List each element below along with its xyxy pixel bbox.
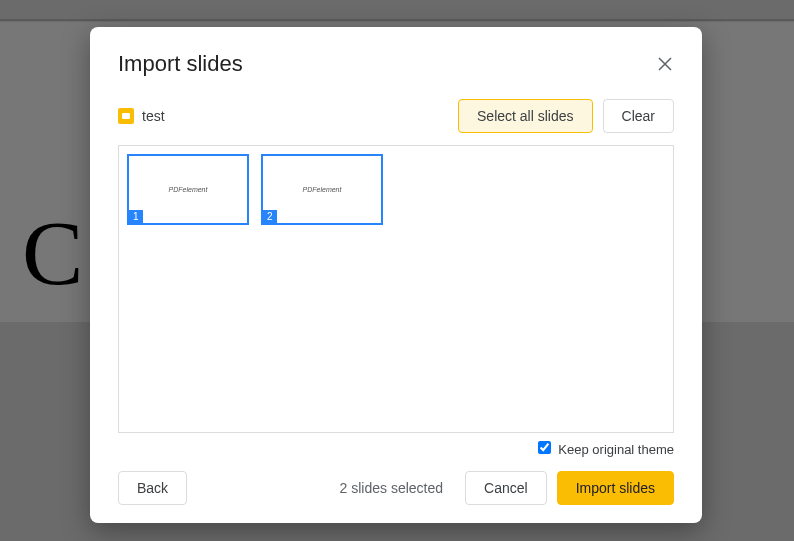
keep-theme-label-wrap[interactable]: Keep original theme: [538, 441, 674, 457]
modal-title: Import slides: [118, 51, 243, 77]
clear-button[interactable]: Clear: [603, 99, 674, 133]
import-slides-modal: Import slides test Select all slides Cle…: [90, 27, 702, 523]
keep-theme-row: Keep original theme: [118, 441, 674, 457]
keep-theme-label: Keep original theme: [558, 442, 674, 457]
slides-container: PDFelement 1 PDFelement 2: [118, 145, 674, 433]
app-background: C Import slides test Select all slides C…: [0, 0, 794, 541]
modal-header: Import slides: [118, 51, 674, 77]
modal-footer: Back 2 slides selected Cancel Import sli…: [118, 471, 674, 505]
slides-file-icon: [118, 108, 134, 124]
slide-content: PDFelement: [169, 186, 208, 193]
import-button[interactable]: Import slides: [557, 471, 674, 505]
keep-theme-checkbox[interactable]: [538, 441, 551, 454]
toolbar: test Select all slides Clear: [118, 99, 674, 133]
back-button[interactable]: Back: [118, 471, 187, 505]
close-icon[interactable]: [656, 55, 674, 73]
slide-number-badge: 2: [263, 210, 277, 223]
slide-number-badge: 1: [129, 210, 143, 223]
file-name: test: [142, 108, 165, 124]
selected-status: 2 slides selected: [340, 480, 444, 496]
toolbar-buttons: Select all slides Clear: [458, 99, 674, 133]
file-info: test: [118, 108, 165, 124]
select-all-button[interactable]: Select all slides: [458, 99, 593, 133]
cancel-button[interactable]: Cancel: [465, 471, 547, 505]
slide-thumb[interactable]: PDFelement 1: [127, 154, 249, 225]
slide-content: PDFelement: [303, 186, 342, 193]
bg-letter: C: [22, 200, 83, 306]
slide-thumb[interactable]: PDFelement 2: [261, 154, 383, 225]
